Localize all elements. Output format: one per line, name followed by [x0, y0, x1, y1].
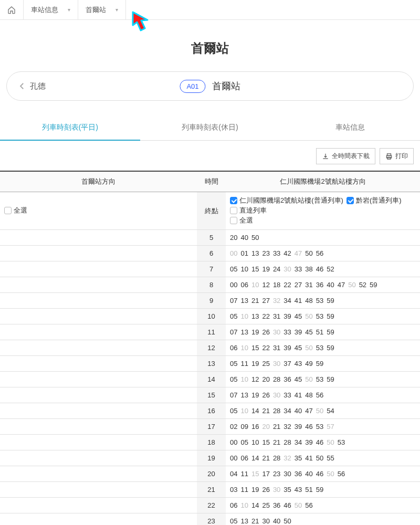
minute-value: 05	[240, 438, 248, 446]
minute-value: 50	[327, 438, 334, 446]
minute-value: 20	[262, 423, 269, 430]
print-button[interactable]: 打印	[380, 148, 414, 164]
minute-value: 41	[305, 454, 312, 462]
filter-checkbox-3[interactable]: 全選	[230, 216, 253, 225]
minute-value: 59	[316, 486, 323, 494]
breadcrumb-1[interactable]: 車站信息 ▾	[24, 0, 78, 19]
minute-value: 36	[273, 501, 280, 509]
chevron-down-icon: ▾	[116, 7, 118, 13]
minute-value: 39	[295, 328, 302, 336]
filter-checkbox-1[interactable]: 黔岩(普通列車)	[346, 196, 402, 205]
tab-2[interactable]: 車站信息	[280, 116, 420, 141]
minute-value: 52	[359, 281, 366, 289]
home-link[interactable]	[0, 0, 24, 19]
chevron-left-icon	[17, 81, 27, 91]
download-button[interactable]: 全時間表下載	[316, 148, 375, 164]
minute-value: 05	[230, 360, 237, 368]
header-left: 首爾站方向	[0, 171, 197, 192]
hour-cell: 23	[197, 513, 226, 526]
minute-value: 53	[316, 344, 323, 352]
minute-value: 22	[262, 344, 269, 352]
hour-cell: 6	[197, 246, 226, 261]
minute-value: 10	[251, 438, 259, 446]
minute-value: 10	[240, 312, 248, 320]
hour-cell: 19	[197, 450, 226, 466]
table-row: 23051321304050	[0, 513, 420, 526]
print-icon	[385, 153, 393, 160]
table-row: 80006101218222731364047505259	[0, 277, 420, 293]
minute-value: 00	[230, 454, 237, 462]
table-row: 1900061421283235415055	[0, 450, 420, 466]
action-bar: 全時間表下載 打印	[0, 148, 420, 171]
minute-value: 09	[240, 423, 248, 430]
station-bar: 孔德 A01 首爾站	[6, 71, 414, 101]
minute-value: 32	[284, 454, 291, 462]
minute-value: 14	[251, 454, 259, 462]
minute-value: 06	[230, 501, 237, 509]
filter-checkbox-2[interactable]: 直達列車	[230, 206, 267, 215]
select-all-left[interactable]: 全選	[4, 206, 27, 215]
prev-station-link[interactable]: 孔德	[17, 81, 46, 91]
minute-value: 59	[370, 281, 377, 289]
minute-value: 30	[273, 328, 280, 336]
table-row: 1107131926303339455159	[0, 324, 420, 340]
filter-checkbox-0[interactable]: 仁川國際機場2號航站樓(普通列車)	[230, 196, 343, 205]
minute-value: 51	[316, 328, 323, 336]
hour-cell: 15	[197, 387, 226, 403]
tab-1[interactable]: 列車時刻表(休日)	[140, 116, 280, 141]
minute-value: 27	[295, 281, 302, 289]
minute-value: 32	[273, 297, 280, 304]
home-icon	[7, 6, 16, 14]
minute-value: 16	[251, 423, 259, 430]
minute-value: 33	[284, 391, 291, 399]
minute-value: 21	[251, 517, 259, 525]
minute-value: 10	[240, 501, 248, 509]
minute-value: 15	[262, 438, 269, 446]
timetable: 首爾站方向 時間 仁川國際機場2號航站樓方向 全選終點仁川國際機場2號航站樓(普…	[0, 171, 420, 525]
minute-value: 10	[240, 265, 248, 273]
minute-value: 54	[327, 407, 334, 415]
minute-value: 28	[284, 438, 291, 446]
minute-value: 10	[251, 281, 259, 289]
terminal-label: 終點	[197, 192, 226, 230]
minute-value: 31	[273, 344, 280, 352]
minute-value: 02	[230, 423, 237, 430]
minute-value: 06	[240, 281, 248, 289]
minute-value: 46	[316, 470, 323, 478]
minute-value: 50	[305, 375, 312, 383]
minute-value: 25	[262, 501, 269, 509]
minute-value: 47	[338, 281, 345, 289]
minute-value: 46	[316, 265, 323, 273]
minute-value: 22	[284, 281, 291, 289]
prev-station-label: 孔德	[30, 81, 46, 91]
minute-value: 34	[295, 438, 302, 446]
minute-value: 30	[284, 265, 291, 273]
hour-cell: 13	[197, 356, 226, 372]
table-row: 220610142536465056	[0, 498, 420, 513]
header-right: 仁川國際機場2號航站樓方向	[226, 171, 420, 192]
minute-value: 59	[327, 375, 334, 383]
breadcrumb-2-label: 首爾站	[86, 5, 106, 15]
minute-value: 57	[327, 423, 334, 430]
minute-value: 59	[327, 297, 334, 304]
minute-value: 04	[230, 470, 237, 478]
minute-value: 45	[295, 312, 302, 320]
minute-value: 28	[273, 407, 280, 415]
breadcrumb-2[interactable]: 首爾站 ▾	[78, 0, 126, 19]
minute-value: 19	[251, 360, 259, 368]
minute-value: 36	[295, 470, 302, 478]
table-row: 1405101220283645505359	[0, 372, 420, 387]
minute-value: 39	[295, 423, 302, 430]
hour-cell: 18	[197, 435, 226, 450]
chevron-down-icon: ▾	[68, 7, 70, 13]
minute-value: 21	[273, 438, 280, 446]
minute-value: 21	[262, 407, 269, 415]
breadcrumb-1-label: 車站信息	[31, 5, 58, 15]
minute-value: 59	[316, 360, 323, 368]
minute-value: 47	[305, 407, 312, 415]
minute-value: 19	[251, 486, 259, 494]
tab-0[interactable]: 列車時刻表(平日)	[0, 116, 140, 141]
minute-value: 50	[305, 344, 312, 352]
minute-value: 56	[316, 249, 323, 257]
minute-value: 50	[305, 312, 312, 320]
